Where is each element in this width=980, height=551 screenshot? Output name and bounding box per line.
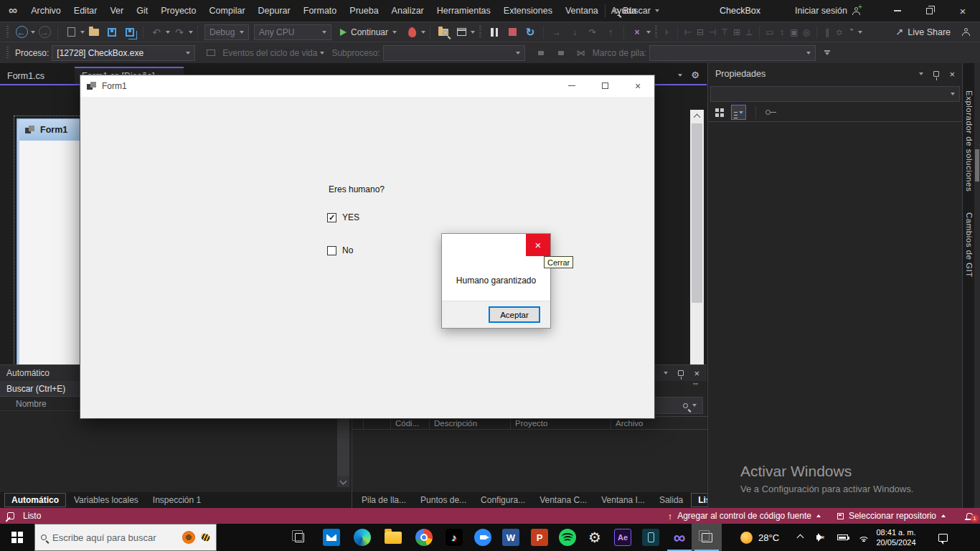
checkbox-yes[interactable]: ✓ YES: [327, 212, 359, 222]
toolbar-grip[interactable]: [479, 26, 481, 39]
live-share-button[interactable]: ↗ Live Share: [895, 27, 980, 37]
menu-formato[interactable]: Formato: [297, 0, 344, 22]
menu-extensiones[interactable]: Extensiones: [497, 0, 559, 22]
solution-platform-dropdown[interactable]: Any CPU: [254, 24, 331, 40]
taskbar-search-box[interactable]: Escribe aquí para buscar: [34, 524, 217, 551]
taskbar-form1-app[interactable]: [692, 524, 722, 551]
tab-pila-de-llamadas[interactable]: Pila de lla...: [355, 493, 413, 507]
tab-configuracion[interactable]: Configura...: [474, 493, 532, 507]
tab-salida[interactable]: Salida: [653, 493, 689, 507]
window-restore-button[interactable]: [913, 0, 946, 22]
alphabetical-sort-icon[interactable]: [731, 105, 746, 120]
taskbar-powerpoint[interactable]: P: [524, 524, 555, 551]
menu-herramientas[interactable]: Herramientas: [430, 0, 497, 22]
search-box[interactable]: Buscar: [601, 0, 659, 22]
scroll-up-button[interactable]: [690, 110, 704, 122]
chevron-down-icon[interactable]: [320, 52, 324, 55]
process-dropdown[interactable]: [12728] CheckBox.exe: [52, 45, 195, 61]
taskbar-tiktok[interactable]: ♪: [439, 524, 469, 551]
document-list-dropdown-icon[interactable]: [678, 74, 682, 77]
solution-configuration-dropdown[interactable]: Debug: [204, 24, 249, 40]
chevron-down-icon[interactable]: [664, 372, 668, 375]
size-to-grid-icon[interactable]: ◎: [801, 27, 812, 37]
new-project-button[interactable]: [62, 24, 80, 41]
menu-prueba[interactable]: Prueba: [343, 0, 385, 22]
taskbar-phone-link[interactable]: [636, 524, 666, 551]
tab-form1-cs[interactable]: Form1.cs: [0, 68, 73, 84]
tray-volume-button[interactable]: ×: [809, 524, 832, 551]
align-to-grid-icon[interactable]: ⊦: [661, 27, 673, 37]
menu-depurar[interactable]: Depurar: [252, 0, 297, 22]
parallel-stacks-icon[interactable]: ⋈: [573, 44, 590, 62]
tray-network-button[interactable]: [852, 524, 875, 551]
tray-show-hidden-button[interactable]: [789, 524, 811, 551]
window-close-button[interactable]: ×: [946, 0, 980, 22]
window-minimize-button[interactable]: [881, 0, 913, 22]
vertical-spacing-icon[interactable]: ≎: [834, 27, 845, 37]
menu-ver[interactable]: Ver: [103, 0, 130, 22]
lifecycle-events-icon[interactable]: [202, 44, 220, 62]
chevron-down-icon[interactable]: [858, 31, 862, 34]
menu-ventana[interactable]: Ventana: [559, 0, 605, 22]
column-descripcion[interactable]: Descripción: [430, 417, 511, 429]
toolbar-overflow-button[interactable]: ”: [846, 27, 857, 37]
feedback-icon[interactable]: [962, 28, 970, 36]
find-in-files-button[interactable]: [435, 24, 452, 41]
checkbox-no-box[interactable]: [327, 246, 336, 255]
toolbar-grip[interactable]: [6, 26, 9, 39]
align-rights-icon[interactable]: ⊣: [707, 27, 718, 37]
app-window-form1[interactable]: Form1 × Eres humano? ✓ YES No × Humano g…: [80, 75, 654, 418]
sign-in-button[interactable]: Iniciar sesión +: [795, 0, 862, 22]
make-same-size-icon[interactable]: ▣: [788, 27, 800, 37]
align-middles-icon[interactable]: ⊞: [731, 27, 743, 37]
break-all-button[interactable]: [486, 24, 503, 41]
taskbar-settings[interactable]: ⚙: [580, 524, 610, 551]
taskbar-edge[interactable]: [347, 524, 377, 551]
task-view-button[interactable]: [284, 524, 314, 551]
chevron-down-icon[interactable]: [646, 31, 651, 34]
menu-proyecto[interactable]: Proyecto: [154, 0, 202, 22]
taskbar-chrome[interactable]: [409, 524, 439, 551]
property-pages-icon[interactable]: [765, 110, 776, 115]
align-lefts-icon[interactable]: ⊢: [682, 27, 694, 37]
taskbar-mail[interactable]: [316, 524, 347, 551]
close-icon[interactable]: ×: [949, 70, 955, 79]
column-archivo[interactable]: Archivo: [611, 417, 707, 429]
menu-editar[interactable]: Editar: [67, 0, 104, 22]
horizontal-spacing-icon[interactable]: ∥: [821, 27, 833, 37]
column-proyecto[interactable]: Proyecto: [511, 417, 611, 429]
tab-ventana-comandos[interactable]: Ventana C...: [533, 493, 593, 507]
chevron-down-icon[interactable]: [189, 31, 193, 34]
save-all-button[interactable]: [121, 24, 138, 41]
flag-threads-icon[interactable]: [552, 44, 570, 62]
tray-clock[interactable]: 08:41 a. m. 20/05/2024: [874, 527, 918, 547]
select-repository-button[interactable]: Seleccionar repositorio: [849, 511, 936, 521]
scroll-thumb[interactable]: [692, 123, 702, 303]
stop-debugging-button[interactable]: [504, 24, 521, 41]
taskbar-zoom[interactable]: [468, 524, 498, 551]
chevron-down-icon[interactable]: [421, 31, 425, 34]
weather-widget[interactable]: 28°C: [740, 524, 779, 551]
undo-button[interactable]: ↶: [148, 24, 165, 41]
hot-reload-button[interactable]: [403, 24, 420, 41]
flag-icon[interactable]: [532, 44, 550, 62]
column-codigo[interactable]: Códi...: [391, 417, 430, 429]
checkbox-no[interactable]: No: [327, 245, 353, 255]
menu-git[interactable]: Git: [130, 0, 154, 22]
categorized-icon[interactable]: [714, 107, 725, 118]
continue-button[interactable]: Continuar: [334, 24, 402, 41]
scroll-thumb[interactable]: [975, 149, 979, 182]
make-same-width-icon[interactable]: ▭: [764, 27, 776, 37]
column-sort[interactable]: [364, 417, 391, 429]
add-to-source-control-button[interactable]: Agregar al control de código fuente: [677, 511, 811, 521]
message-box[interactable]: × Humano garantizado Aceptar: [441, 233, 551, 329]
menu-archivo[interactable]: Archivo: [24, 0, 67, 22]
properties-object-dropdown[interactable]: [710, 86, 960, 102]
chevron-down-icon[interactable]: [919, 72, 923, 75]
toolbar-grip[interactable]: [6, 47, 9, 60]
tab-variables-locales[interactable]: Variables locales: [67, 493, 145, 507]
redo-button[interactable]: ↷: [171, 24, 188, 41]
app-close-button[interactable]: ×: [621, 75, 654, 96]
app-maximize-button[interactable]: [588, 75, 621, 96]
debugbar-overflow-button[interactable]: [819, 44, 836, 62]
